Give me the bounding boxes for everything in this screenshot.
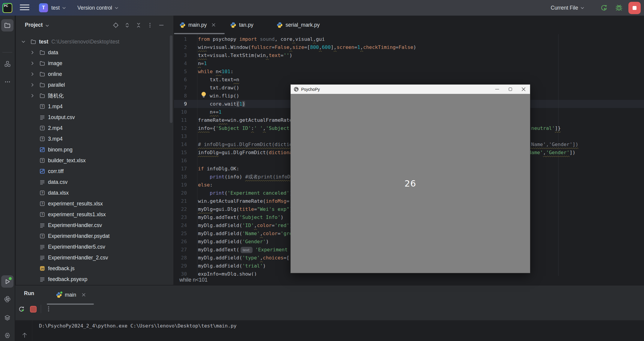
expand-all-icon[interactable] xyxy=(124,22,130,28)
tree-chevron-icon[interactable] xyxy=(30,223,35,228)
tree-row[interactable]: 2.mp4 xyxy=(16,123,173,133)
hide-icon[interactable] xyxy=(158,22,164,28)
run-console[interactable]: D:\PsychoPy2024_2_4\python.exe C:\Users\… xyxy=(15,320,644,341)
tree-chevron-icon[interactable] xyxy=(30,126,35,130)
tree-row[interactable]: corr.tiff xyxy=(16,166,173,177)
tree-chevron-icon[interactable] xyxy=(30,277,35,282)
tree-row[interactable]: feedback.js xyxy=(16,263,173,274)
tree-row[interactable]: ExperimentHandler_2.csv xyxy=(16,252,173,263)
code-token: "Wei's exp" xyxy=(257,206,289,212)
tree-chevron-icon[interactable] xyxy=(30,180,35,184)
tree-row[interactable]: 1.mp4 xyxy=(16,101,173,112)
stop-icon[interactable] xyxy=(30,306,37,313)
tool-services-button[interactable] xyxy=(1,312,13,324)
tree-row[interactable]: testC:\Users\lenovo\Desktop\test xyxy=(16,36,173,47)
tree-chevron-icon[interactable] xyxy=(30,158,35,163)
tree-row[interactable]: online xyxy=(16,69,173,79)
code-token: myDlg.addText( xyxy=(198,247,239,253)
run-icon[interactable] xyxy=(600,4,608,12)
tree-row[interactable]: ExperimentHandler.psydat xyxy=(16,231,173,241)
tool-structure-button[interactable] xyxy=(1,58,13,70)
intention-bulb-icon[interactable] xyxy=(200,91,207,99)
tree-row[interactable]: image xyxy=(16,58,173,69)
line-number: 1 xyxy=(174,35,187,43)
tree-row[interactable]: ExperimentHandler5.csv xyxy=(16,241,173,252)
tree-row[interactable]: data.xlsx xyxy=(16,187,173,198)
tree-chevron-icon[interactable] xyxy=(30,50,35,55)
psychopy-window[interactable]: PsychoPy 26 xyxy=(290,84,530,273)
tree-chevron-icon[interactable] xyxy=(30,212,35,217)
tree-row[interactable]: binom.png xyxy=(16,144,173,155)
file-type-icon xyxy=(39,222,45,228)
scroll-to-top-icon[interactable] xyxy=(21,332,28,338)
tree-row[interactable]: data.csv xyxy=(16,177,173,187)
tool-run-button[interactable] xyxy=(1,275,13,288)
main-menu-icon[interactable] xyxy=(20,4,29,11)
locate-icon[interactable] xyxy=(113,22,119,28)
debug-icon[interactable] xyxy=(615,4,623,12)
rerun-icon[interactable] xyxy=(18,306,25,313)
tool-problems-button[interactable] xyxy=(1,329,13,341)
minimize-button[interactable] xyxy=(490,85,504,94)
tree-chevron-icon[interactable] xyxy=(30,147,35,152)
tool-project-button[interactable] xyxy=(1,19,13,31)
tree-row[interactable]: experiment_results1.xlsx xyxy=(16,209,173,220)
run-tab-main[interactable]: main xyxy=(47,286,93,304)
tool-more-button[interactable] xyxy=(1,76,13,88)
code-token: , core xyxy=(275,36,292,42)
more-vertical-icon[interactable] xyxy=(45,306,52,312)
breadcrumb-item[interactable]: while n<101 xyxy=(179,277,208,283)
code-token: ) xyxy=(280,214,283,220)
maximize-button[interactable] xyxy=(504,85,517,94)
tree-chevron-icon[interactable] xyxy=(30,244,35,249)
tree-row[interactable]: 随机化 xyxy=(16,90,173,101)
more-vertical-icon[interactable] xyxy=(147,22,153,28)
code-token: size xyxy=(292,44,304,50)
run-configuration-selector[interactable]: Current File xyxy=(551,3,585,12)
code-token: 'type' xyxy=(242,255,260,261)
tree-row[interactable]: ExperimentHandler.csv xyxy=(16,220,173,231)
close-button[interactable] xyxy=(517,85,530,94)
tree-row[interactable]: data xyxy=(16,47,173,58)
tree-chevron-icon[interactable] xyxy=(30,72,35,76)
code-token: from xyxy=(198,36,210,42)
collapse-all-icon[interactable] xyxy=(136,22,142,28)
psychopy-titlebar[interactable]: PsychoPy xyxy=(291,85,530,94)
tree-chevron-icon[interactable] xyxy=(21,39,26,44)
tool-python-packages-button[interactable] xyxy=(1,293,13,305)
code-token: False xyxy=(275,44,289,50)
tree-row[interactable]: 3.mp4 xyxy=(16,133,173,144)
vcs-widget[interactable]: Version control xyxy=(77,3,119,12)
tab-serial-mark-py[interactable]: serial_mark.py xyxy=(277,16,320,34)
tree-row[interactable]: 1output.csv xyxy=(16,112,173,123)
code-token: False xyxy=(399,44,413,50)
tree-chevron-icon[interactable] xyxy=(30,266,35,271)
project-widget[interactable]: T test xyxy=(39,3,66,12)
pycharm-logo-icon[interactable]: PC xyxy=(2,3,12,13)
code-token: , xyxy=(360,44,363,50)
close-icon[interactable] xyxy=(211,22,216,27)
tree-chevron-icon[interactable] xyxy=(30,104,35,109)
tree-chevron-icon[interactable] xyxy=(30,61,35,66)
tree-chevron-icon[interactable] xyxy=(30,169,35,174)
tree-chevron-icon[interactable] xyxy=(30,201,35,206)
project-title[interactable]: Project xyxy=(25,22,49,28)
close-icon[interactable] xyxy=(81,292,86,297)
line-number: 6 xyxy=(174,76,187,84)
tree-chevron-icon[interactable] xyxy=(30,82,35,87)
tree-chevron-icon[interactable] xyxy=(30,190,35,195)
tree-chevron-icon[interactable] xyxy=(30,93,35,98)
stop-button[interactable] xyxy=(628,2,641,14)
line-number: 15 xyxy=(174,148,187,157)
tree-chevron-icon[interactable] xyxy=(30,115,35,120)
tree-row[interactable]: builder_text.xlsx xyxy=(16,155,173,166)
tree-row[interactable]: parallel xyxy=(16,79,173,90)
tab-tan-py[interactable]: tan.py xyxy=(230,16,253,34)
tree-row[interactable]: experiment_results.xlsx xyxy=(16,198,173,209)
tab-main-py[interactable]: main.py xyxy=(179,16,216,34)
tree-row[interactable]: feedback.psyexp xyxy=(16,274,173,285)
tree-chevron-icon[interactable] xyxy=(30,255,35,260)
project-scrollbar[interactable] xyxy=(170,35,172,123)
tree-chevron-icon[interactable] xyxy=(30,136,35,141)
tree-chevron-icon[interactable] xyxy=(30,234,35,238)
